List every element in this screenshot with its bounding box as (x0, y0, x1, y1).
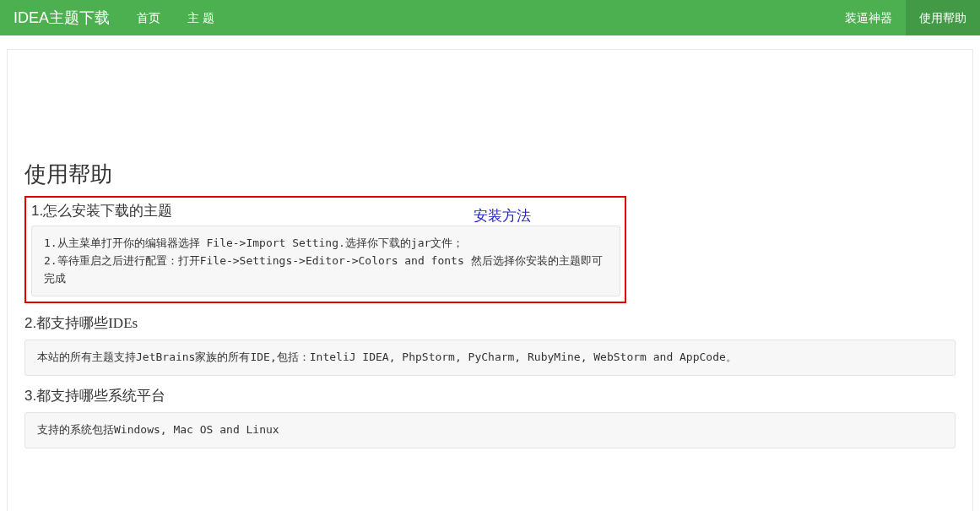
nav-tool[interactable]: 装逼神器 (831, 0, 906, 35)
section-ides: 2.都支持哪些IDEs 本站的所有主题支持JetBrains家族的所有IDE,包… (24, 313, 956, 376)
navbar-right: 装逼神器 使用帮助 (831, 0, 980, 35)
navbar-brand[interactable]: IDEA主题下载 (0, 0, 123, 35)
section-3-line-1: 支持的系统包括Windows, Mac OS and Linux (37, 421, 943, 439)
section-num-3: 3. (24, 388, 36, 405)
nav-themes[interactable]: 主 题 (174, 0, 228, 35)
nav-help[interactable]: 使用帮助 (906, 0, 980, 35)
section-heading-1: 1.怎么安装下载的主题 (31, 201, 620, 220)
navbar-left: IDEA主题下载 首页 主 题 (0, 0, 228, 35)
content-wrapper: 使用帮助 1.怎么安装下载的主题 安装方法 1.从主菜单打开你的编辑器选择 Fi… (7, 49, 973, 511)
section-title-1: 怎么安装下载的主题 (43, 201, 172, 220)
section-title-3: 都支持哪些系统平台 (36, 386, 165, 405)
section-num-2: 2. (24, 315, 36, 332)
section-well-3: 支持的系统包括Windows, Mac OS and Linux (24, 412, 956, 448)
section-title-2: 都支持哪些IDEs (36, 313, 138, 333)
section-num-1: 1. (31, 203, 43, 220)
nav-home[interactable]: 首页 (123, 0, 174, 35)
section-install-highlighted: 1.怎么安装下载的主题 安装方法 1.从主菜单打开你的编辑器选择 File->I… (24, 196, 626, 303)
page-title: 使用帮助 (24, 160, 956, 189)
section-heading-2: 2.都支持哪些IDEs (24, 313, 956, 333)
navbar: IDEA主题下载 首页 主 题 装逼神器 使用帮助 (0, 0, 980, 35)
section-1-line-2: 2.等待重启之后进行配置：打开File->Settings->Editor->C… (44, 253, 608, 288)
section-1-line-1: 1.从主菜单打开你的编辑器选择 File->Import Setting.选择你… (44, 235, 608, 253)
install-method-label: 安装方法 (474, 206, 531, 226)
section-well-2: 本站的所有主题支持JetBrains家族的所有IDE,包括：InteliJ ID… (24, 340, 956, 376)
section-platforms: 3.都支持哪些系统平台 支持的系统包括Windows, Mac OS and L… (24, 386, 956, 448)
section-well-1: 1.从主菜单打开你的编辑器选择 File->Import Setting.选择你… (31, 226, 620, 296)
content-spacer (24, 67, 956, 160)
section-2-line-1: 本站的所有主题支持JetBrains家族的所有IDE,包括：InteliJ ID… (37, 349, 943, 367)
section-heading-3: 3.都支持哪些系统平台 (24, 386, 956, 405)
